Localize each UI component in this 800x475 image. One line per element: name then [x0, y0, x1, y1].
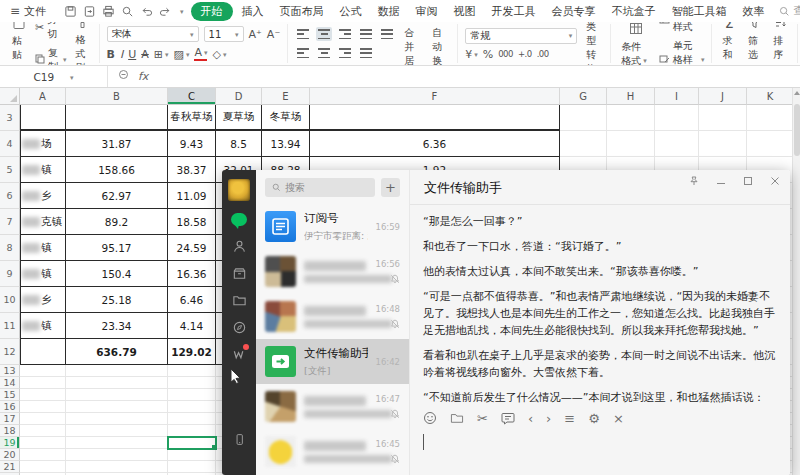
cell-C10[interactable]: 6.46 [168, 287, 216, 313]
decrease-indent-button[interactable] [358, 27, 374, 41]
column-header-A[interactable]: A [20, 88, 66, 105]
decrease-font-icon[interactable]: A⁻ [267, 29, 280, 40]
cell-A18[interactable] [20, 425, 66, 437]
cell-B19[interactable] [66, 437, 168, 449]
cell-B3[interactable] [66, 105, 168, 131]
undo-icon[interactable] [140, 5, 153, 18]
cell-B15[interactable] [66, 389, 168, 401]
cell-A21[interactable] [20, 461, 66, 473]
close-icon[interactable]: × [613, 412, 624, 425]
menu-tab-智能工具箱[interactable]: 智能工具箱 [665, 2, 734, 21]
column-header-H[interactable]: H [607, 88, 655, 105]
bold-button[interactable]: B [107, 49, 115, 60]
cell-B14[interactable] [66, 377, 168, 389]
cell-I3[interactable] [655, 105, 699, 131]
select-all-corner[interactable] [0, 88, 20, 105]
column-header-C[interactable]: C [168, 88, 216, 105]
menu-tab-插入[interactable]: 插入 [235, 2, 271, 21]
format-painter-button[interactable]: 格式刷 [73, 22, 92, 66]
cell-I4[interactable] [655, 131, 699, 157]
row-header-18[interactable]: 18 [0, 425, 20, 437]
cut-button[interactable]: ✂剪切 [35, 22, 67, 41]
cell-C18[interactable] [168, 425, 216, 437]
menu-tab-视图[interactable]: 视图 [447, 2, 483, 21]
cell-B4[interactable]: 31.87 [66, 131, 168, 157]
cell-A6[interactable]: 乡 [20, 183, 66, 209]
increase-indent-button[interactable] [379, 27, 395, 41]
pin-icon[interactable] [688, 175, 700, 187]
cell-C16[interactable] [168, 401, 216, 413]
cell-A20[interactable] [20, 449, 66, 461]
row-header-12[interactable]: 12 [0, 339, 20, 365]
save-icon[interactable] [64, 5, 77, 18]
export-icon[interactable] [83, 5, 96, 18]
cell-B12[interactable]: 636.79 [66, 339, 168, 365]
align-top-button[interactable] [295, 27, 311, 41]
sum-button[interactable]: Σ 求和 [719, 22, 739, 66]
chat-list-item-blurred-1[interactable]: 16:56 [256, 249, 409, 294]
row-header-20[interactable]: 20 [0, 449, 20, 461]
cell-C12[interactable]: 129.02 [168, 339, 216, 365]
maximize-icon[interactable] [742, 175, 754, 187]
cell-B21[interactable] [66, 461, 168, 473]
row-header-4[interactable]: 4 [0, 131, 20, 157]
type-convert-button[interactable]: 类型转换 [583, 22, 603, 66]
cell-B16[interactable] [66, 401, 168, 413]
cell-H3[interactable] [607, 105, 655, 131]
row-header-7[interactable]: 7 [0, 209, 20, 235]
scroll-up-icon[interactable] [794, 91, 800, 95]
chat-list-item-blurred-4[interactable]: 16:47 [256, 384, 409, 429]
chat-search-input[interactable]: 搜索 [265, 178, 375, 197]
cell-C6[interactable]: 11.09 [168, 183, 216, 209]
cell-C7[interactable]: 18.58 [168, 209, 216, 235]
cell-A8[interactable]: 镇 [20, 235, 66, 261]
font-name-select[interactable]: 宋体 [107, 26, 199, 42]
row-header-5[interactable]: 5 [0, 157, 20, 183]
align-center-button[interactable] [316, 46, 332, 60]
cell-J3[interactable] [699, 105, 747, 131]
angle-left-icon[interactable]: ‹ [528, 412, 533, 425]
cell-C15[interactable] [168, 389, 216, 401]
align-right-button[interactable] [337, 46, 353, 60]
cell-B7[interactable]: 89.2 [66, 209, 168, 235]
column-header-G[interactable]: G [560, 88, 607, 105]
chat-history-icon[interactable] [501, 412, 515, 425]
cell-B17[interactable] [66, 413, 168, 425]
minimize-icon[interactable] [715, 175, 727, 187]
menu-tab-开始[interactable]: 开始 [191, 2, 233, 21]
menu-tab-审阅[interactable]: 审阅 [409, 2, 445, 21]
sort-button[interactable]: 排序 [770, 22, 790, 66]
menu-icon[interactable]: ≡ [564, 412, 575, 425]
row-header-16[interactable]: 16 [0, 401, 20, 413]
cell-B13[interactable] [66, 365, 168, 377]
menu-tab-开发工具[interactable]: 开发工具 [485, 2, 543, 21]
cell-F4[interactable]: 6.36 [310, 131, 560, 157]
cell-C11[interactable]: 4.14 [168, 313, 216, 339]
column-header-K[interactable]: K [747, 88, 794, 105]
row-header-3[interactable]: 3 [0, 105, 20, 131]
italic-button[interactable]: I [120, 49, 123, 60]
cell-E3[interactable]: 冬草场 [262, 105, 310, 131]
cell-C4[interactable]: 9.43 [168, 131, 216, 157]
column-header-I[interactable]: I [655, 88, 699, 105]
merge-center-button[interactable]: 合并居中 [401, 22, 423, 66]
column-header-F[interactable]: F [310, 88, 560, 105]
font-color-button[interactable]: A [194, 47, 207, 61]
cell-A17[interactable] [20, 413, 66, 425]
thousands-separator-button[interactable]: 000 [498, 49, 513, 59]
row-header-15[interactable]: 15 [0, 389, 20, 401]
wrap-text-button[interactable]: 自动换行 [429, 22, 450, 66]
cell-A11[interactable]: 镇 [20, 313, 66, 339]
row-header-10[interactable]: 10 [0, 287, 20, 313]
justify-button[interactable] [358, 46, 374, 60]
cell-A13[interactable] [20, 365, 66, 377]
column-header-D[interactable]: D [216, 88, 262, 105]
row-header-17[interactable]: 17 [0, 413, 20, 425]
cell-B6[interactable]: 62.97 [66, 183, 168, 209]
cell-A19[interactable] [20, 437, 66, 449]
cell-H4[interactable] [607, 131, 655, 157]
cell-C8[interactable]: 24.59 [168, 235, 216, 261]
close-icon[interactable] [769, 175, 781, 187]
settings-icon[interactable]: ⚙ [588, 412, 600, 425]
chat-list-item-文件传输助手[interactable]: 文件传输助手[文件]16:42 [256, 339, 409, 384]
